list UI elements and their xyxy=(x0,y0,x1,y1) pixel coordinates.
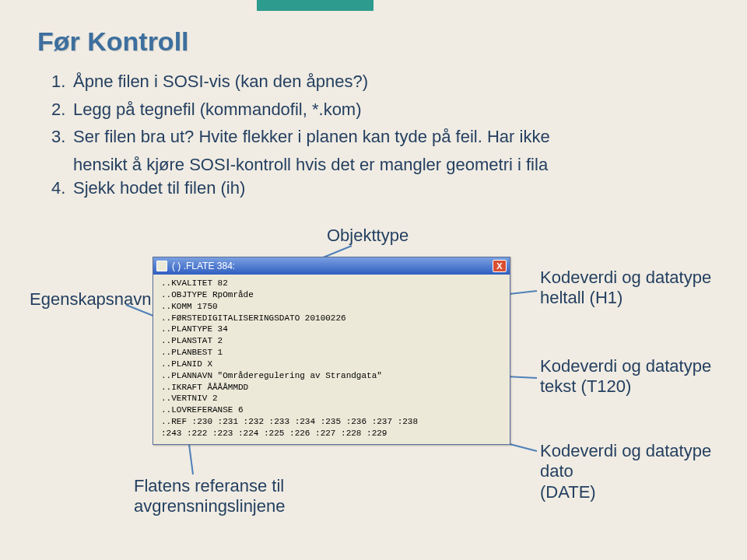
label-line: Kodeverdi og datatype xyxy=(540,356,711,376)
code-line: ..PLANBEST 1 xyxy=(161,348,223,357)
code-line: ..IKRAFT ÅÅÅÅMMDD xyxy=(161,383,248,392)
page-title: Før Kontroll xyxy=(37,26,189,57)
label-egenskapsnavn: Egenskapsnavn xyxy=(30,289,152,310)
list-item-continuation: hensikt å kjøre SOSI-kontroll hvis det e… xyxy=(51,153,689,177)
slide: Før Kontroll 1. Åpne filen i SOSI-vis (k… xyxy=(0,0,747,560)
close-icon[interactable]: X xyxy=(493,260,507,272)
list-number: 3. xyxy=(51,125,73,149)
label-line: heltall (H1) xyxy=(540,288,622,307)
label-flatens-referanse: Flatens referanse til avgrensningslinjen… xyxy=(134,476,305,517)
instruction-list: 1. Åpne filen i SOSI-vis (kan den åpnes?… xyxy=(51,70,689,204)
code-line: ..KVALITET 82 xyxy=(161,278,228,288)
code-line: ..PLANID X xyxy=(161,359,212,369)
label-kodeverdi-tekst: Kodeverdi og datatype tekst (T120) xyxy=(540,356,727,397)
code-line: ..PLANSTAT 2 xyxy=(161,336,223,345)
code-line: :243 :222 :223 :224 :225 :226 :227 :228 … xyxy=(161,429,387,438)
label-line: Kodeverdi og datatype xyxy=(540,268,711,287)
list-text: hensikt å kjøre SOSI-kontroll hvis det e… xyxy=(73,155,548,174)
label-line: avgrensningslinjene xyxy=(134,496,285,516)
window-icon xyxy=(156,261,167,271)
window-titlebar[interactable]: ( ) .FLATE 384: X xyxy=(153,257,510,275)
label-kodeverdi-dato: Kodeverdi og datatype dato (DATE) xyxy=(540,441,727,502)
code-line: ..FØRSTEDIGITALISERINGSDATO 20100226 xyxy=(161,313,346,323)
code-line: ..REF :230 :231 :232 :233 :234 :235 :236… xyxy=(161,417,418,426)
list-text: Legg på tegnefil (kommandofil, *.kom) xyxy=(73,98,362,121)
label-objekttype: Objekttype xyxy=(327,226,409,246)
label-line: Flatens referanse til xyxy=(134,476,284,495)
top-accent-strip xyxy=(257,0,374,11)
window-body: ..KVALITET 82 ..OBJTYPE RpOmråde ..KOMM … xyxy=(153,275,510,444)
list-text: Sjekk hodet til filen (ih) xyxy=(73,177,245,200)
list-item: 1. Åpne filen i SOSI-vis (kan den åpnes?… xyxy=(51,70,689,93)
list-number: 2. xyxy=(51,98,73,121)
sosi-window: ( ) .FLATE 384: X ..KVALITET 82 ..OBJTYP… xyxy=(153,257,510,445)
code-line: ..PLANTYPE 34 xyxy=(161,324,228,334)
list-text: Åpne filen i SOSI-vis (kan den åpnes?) xyxy=(73,70,368,93)
code-line: ..OBJTYPE RpOmråde xyxy=(161,290,254,299)
window-title: ( ) .FLATE 384: xyxy=(172,261,493,271)
label-line: tekst (T120) xyxy=(540,376,631,396)
list-item: 2. Legg på tegnefil (kommandofil, *.kom) xyxy=(51,98,689,121)
label-line: (DATE) xyxy=(540,482,596,502)
list-item: 4. Sjekk hodet til filen (ih) xyxy=(51,177,689,200)
list-number: 4. xyxy=(51,177,73,200)
list-item: 3. Ser filen bra ut? Hvite flekker i pla… xyxy=(51,125,689,149)
code-line: ..KOMM 1750 xyxy=(161,302,218,311)
label-kodeverdi-heltall: Kodeverdi og datatype heltall (H1) xyxy=(540,268,727,309)
label-line: Kodeverdi og datatype dato xyxy=(540,441,711,481)
list-text: Ser filen bra ut? Hvite flekker i planen… xyxy=(73,125,550,149)
code-line: ..PLANNAVN "Områderegulering av Strandga… xyxy=(161,371,382,380)
list-number: 1. xyxy=(51,70,73,93)
code-line: ..VERTNIV 2 xyxy=(161,394,218,403)
code-line: ..LOVREFERANSE 6 xyxy=(161,405,244,415)
